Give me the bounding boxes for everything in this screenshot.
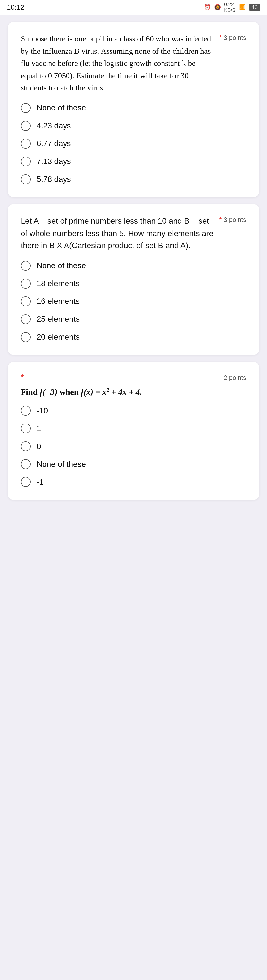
when-text: when [57,387,81,396]
q1-radio-2[interactable] [21,121,31,131]
q3-option-3[interactable]: 0 [21,441,246,451]
question-1-text: Suppose there is one pupil in a class of… [21,33,214,94]
q2-option-5-label: 20 elements [36,332,80,342]
status-time: 10:12 [7,3,24,11]
q3-option-2[interactable]: 1 [21,423,246,433]
question-2-required-star: * [219,216,222,224]
q2-option-5[interactable]: 20 elements [21,332,246,342]
q3-radio-2[interactable] [21,423,31,433]
status-icons: ⏰ 🔕 0.22KB/S 📶 40 [204,2,260,13]
question-3-header-row: * 2 points [21,373,246,382]
question-3-required-star: * [21,373,24,382]
q2-option-1[interactable]: None of these [21,261,246,271]
question-3-options: -10 1 0 None of these -1 [21,406,246,487]
question-2-text: Let A = set of prime numbers less than 1… [21,215,214,252]
q2-radio-2[interactable] [21,278,31,288]
q1-radio-5[interactable] [21,174,31,184]
q3-option-1[interactable]: -10 [21,406,246,415]
data-speed: 0.22KB/S [224,2,235,13]
status-bar: 10:12 ⏰ 🔕 0.22KB/S 📶 40 [0,0,267,15]
silent-icon: 🔕 [214,4,221,11]
battery-icon: 40 [249,4,260,11]
question-1-points-label: 3 points [224,34,246,41]
q1-option-4-label: 7.13 days [36,157,71,166]
q1-option-5[interactable]: 5.78 days [21,174,246,184]
q2-option-2-label: 18 elements [36,279,80,288]
question-2-header: Let A = set of prime numbers less than 1… [21,215,246,252]
question-1-options: None of these 4.23 days 6.77 days 7.13 d… [21,103,246,184]
q1-option-3-label: 6.77 days [36,139,71,148]
q2-radio-1[interactable] [21,261,31,271]
q3-radio-3[interactable] [21,441,31,451]
q2-option-3[interactable]: 16 elements [21,296,246,306]
q1-option-1[interactable]: None of these [21,103,246,113]
q1-radio-1[interactable] [21,103,31,113]
q2-radio-5[interactable] [21,332,31,342]
question-1-points: * 3 points [219,34,246,41]
question-3-card: * 2 points Find f(−3) when f(x) = x2 + 4… [8,362,259,500]
q3-option-2-label: 1 [36,424,41,433]
q3-option-4-label: None of these [36,460,86,469]
q1-option-2-label: 4.23 days [36,121,71,130]
q2-option-4[interactable]: 25 elements [21,314,246,324]
q3-radio-5[interactable] [21,477,31,487]
q3-radio-1[interactable] [21,406,31,415]
question-3-points-label: 2 points [224,374,246,382]
alarm-icon: ⏰ [204,4,211,11]
q2-option-4-label: 25 elements [36,315,80,324]
q3-option-1-label: -10 [36,406,48,415]
question-2-card: Let A = set of prime numbers less than 1… [8,204,259,355]
question-3-find-section: Find f(−3) when f(x) = x2 + 4x + 4. [21,387,246,397]
question-2-points: * 3 points [219,216,246,224]
fx-def: f(x) = x2 + 4x + 4. [81,387,142,396]
q3-option-4[interactable]: None of these [21,459,246,469]
q2-option-1-label: None of these [36,261,86,270]
q2-option-2[interactable]: 18 elements [21,278,246,288]
q2-radio-4[interactable] [21,314,31,324]
q1-option-5-label: 5.78 days [36,175,71,184]
q2-option-3-label: 16 elements [36,297,80,306]
question-2-options: None of these 18 elements 16 elements 25… [21,261,246,342]
question-2-points-label: 3 points [224,216,246,224]
q1-option-1-label: None of these [36,103,86,113]
question-3-math: Find f(−3) when f(x) = x2 + 4x + 4. [21,387,246,397]
q3-radio-4[interactable] [21,459,31,469]
question-1-required-star: * [219,34,222,41]
q1-option-2[interactable]: 4.23 days [21,121,246,131]
signal-icon: 📶 [239,4,246,11]
f-arg: f(−3) [40,387,58,396]
q1-option-4[interactable]: 7.13 days [21,156,246,166]
find-label: Find [21,387,40,396]
q3-option-5[interactable]: -1 [21,477,246,487]
q1-radio-3[interactable] [21,139,31,149]
q3-option-3-label: 0 [36,442,41,451]
question-1-header: Suppose there is one pupil in a class of… [21,33,246,94]
q2-radio-3[interactable] [21,296,31,306]
question-1-card: Suppose there is one pupil in a class of… [8,22,259,197]
q1-option-3[interactable]: 6.77 days [21,139,246,149]
q3-option-5-label: -1 [36,477,44,487]
q1-radio-4[interactable] [21,156,31,166]
